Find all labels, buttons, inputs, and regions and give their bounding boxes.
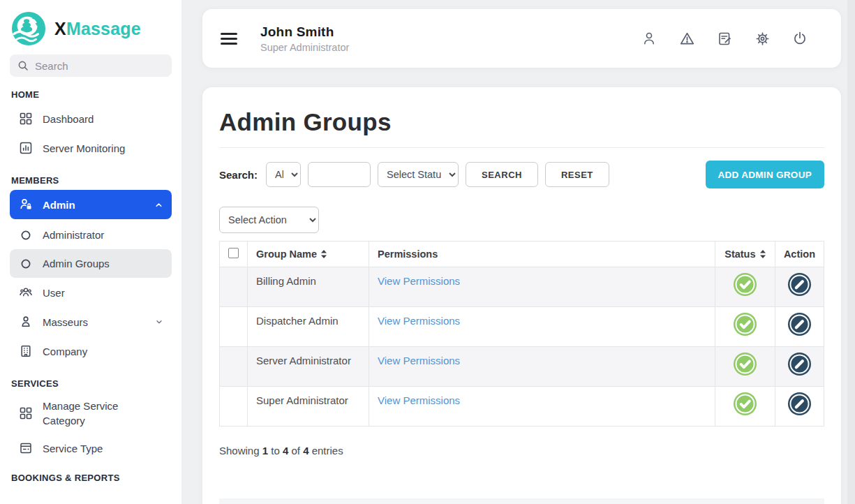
status-cell bbox=[715, 347, 775, 387]
radio-circle-icon bbox=[20, 229, 32, 242]
keyword-input[interactable] bbox=[308, 162, 371, 187]
settings-icon[interactable] bbox=[749, 25, 775, 52]
sidebar-item-label: Administrator bbox=[43, 229, 104, 241]
sidebar-item-label: Admin Groups bbox=[43, 258, 110, 269]
sort-icon bbox=[760, 250, 766, 258]
row-select-cell bbox=[220, 387, 248, 427]
sort-icon bbox=[321, 250, 327, 258]
search-field-select[interactable]: All bbox=[266, 162, 301, 187]
service-card-icon bbox=[20, 442, 32, 454]
sidebar-item-dashboard[interactable]: Dashboard bbox=[10, 104, 172, 133]
sidebar-item-admin[interactable]: Admin bbox=[10, 190, 172, 219]
building-icon bbox=[20, 345, 32, 357]
table-row: Billing Admin View Permissions bbox=[220, 267, 824, 307]
permissions-cell: View Permissions bbox=[369, 387, 715, 427]
main-area: John Smith Super Administrator Admin Gro… bbox=[181, 0, 855, 504]
search-icon bbox=[17, 60, 29, 71]
edit-icon[interactable] bbox=[787, 352, 812, 376]
view-permissions-link[interactable]: View Permissions bbox=[378, 275, 460, 287]
users-group-icon bbox=[20, 286, 32, 299]
status-active-icon[interactable] bbox=[733, 392, 757, 416]
add-admin-group-button[interactable]: ADD ADMIN GROUP bbox=[706, 161, 825, 188]
form-icon[interactable] bbox=[711, 25, 738, 52]
chevron-up-icon bbox=[154, 200, 163, 209]
brand-logo[interactable]: XMassage bbox=[10, 10, 172, 54]
sidebar-item-masseurs[interactable]: Masseurs bbox=[10, 307, 172, 336]
current-user-block: John Smith Super Administrator bbox=[260, 24, 349, 53]
table-row: Dispatcher Admin View Permissions bbox=[220, 307, 824, 347]
row-select-cell bbox=[220, 267, 248, 307]
sidebar: XMassage HOME Dashboard Server Monitorin… bbox=[0, 0, 181, 504]
section-label-bookings-reports: BOOKINGS & REPORTS bbox=[11, 473, 170, 483]
view-permissions-link[interactable]: View Permissions bbox=[378, 315, 460, 327]
edit-icon[interactable] bbox=[787, 272, 812, 297]
permissions-cell: View Permissions bbox=[369, 267, 715, 307]
sidebar-item-user[interactable]: User bbox=[10, 278, 172, 307]
select-all-header bbox=[220, 242, 248, 267]
filter-row: Search: All Select Status SEARCH RESET A… bbox=[219, 161, 824, 188]
action-header: Action bbox=[775, 242, 824, 267]
sidebar-item-label: User bbox=[43, 287, 65, 299]
section-label-services: SERVICES bbox=[11, 378, 170, 389]
status-active-icon[interactable] bbox=[733, 352, 757, 376]
section-label-members: MEMBERS bbox=[11, 175, 170, 186]
status-header[interactable]: Status bbox=[715, 242, 775, 267]
sidebar-item-label: Masseurs bbox=[43, 316, 88, 328]
sidebar-item-administrator[interactable]: Administrator bbox=[10, 221, 172, 249]
status-active-icon[interactable] bbox=[733, 272, 757, 297]
header-icon-group bbox=[636, 25, 823, 52]
sidebar-item-label: Admin bbox=[43, 199, 75, 211]
permissions-cell: View Permissions bbox=[369, 347, 715, 387]
status-cell bbox=[715, 307, 775, 347]
sidebar-item-label: Dashboard bbox=[43, 113, 94, 125]
menu-toggle-icon[interactable] bbox=[221, 30, 237, 47]
sidebar-item-company[interactable]: Company bbox=[10, 336, 172, 366]
person-icon bbox=[20, 316, 32, 328]
status-filter-select[interactable]: Select Status bbox=[378, 162, 459, 187]
search-button[interactable]: SEARCH bbox=[466, 162, 538, 187]
entries-summary: Showing 1 to 4 of 4 entries bbox=[219, 445, 824, 457]
edit-icon[interactable] bbox=[787, 312, 812, 336]
status-active-icon[interactable] bbox=[733, 312, 757, 336]
profile-icon[interactable] bbox=[636, 25, 662, 52]
power-icon[interactable] bbox=[787, 25, 813, 52]
permissions-header: Permissions bbox=[369, 242, 715, 267]
user-role: Super Administrator bbox=[260, 42, 349, 53]
view-permissions-link[interactable]: View Permissions bbox=[378, 355, 460, 366]
sidebar-item-label: Service Type bbox=[43, 443, 103, 454]
sidebar-search[interactable] bbox=[10, 54, 172, 77]
group-name-header[interactable]: Group Name bbox=[248, 242, 369, 267]
alert-icon[interactable] bbox=[674, 25, 700, 52]
group-name-cell: Super Administrator bbox=[248, 387, 369, 427]
bulk-action-select[interactable]: Select Action bbox=[219, 207, 319, 233]
row-select-cell bbox=[220, 307, 248, 347]
search-input[interactable] bbox=[35, 60, 164, 72]
group-name-cell: Server Administrator bbox=[248, 347, 369, 387]
notes-section: Notes: bbox=[219, 498, 824, 504]
sidebar-item-label: Server Monitoring bbox=[43, 142, 125, 154]
status-cell bbox=[715, 267, 775, 307]
sidebar-item-server-monitoring[interactable]: Server Monitoring bbox=[10, 133, 172, 163]
permissions-cell: View Permissions bbox=[369, 307, 715, 347]
table-row: Server Administrator View Permissions bbox=[220, 347, 824, 387]
action-cell bbox=[775, 307, 824, 347]
view-permissions-link[interactable]: View Permissions bbox=[378, 394, 460, 406]
page-title: Admin Groups bbox=[219, 105, 824, 148]
brand-logo-icon bbox=[11, 11, 46, 46]
row-select-cell bbox=[220, 347, 248, 387]
select-all-checkbox[interactable] bbox=[228, 248, 239, 258]
sidebar-item-manage-service-category[interactable]: Manage Service Category bbox=[10, 393, 172, 433]
category-grid-icon bbox=[20, 407, 32, 420]
page-scrollbar[interactable] bbox=[847, 0, 855, 504]
sidebar-item-admin-groups[interactable]: Admin Groups bbox=[10, 249, 172, 278]
chevron-down-icon bbox=[155, 318, 163, 326]
edit-icon[interactable] bbox=[787, 392, 812, 416]
section-label-home: HOME bbox=[11, 89, 170, 100]
reset-button[interactable]: RESET bbox=[545, 162, 609, 187]
action-cell bbox=[775, 387, 824, 427]
search-label: Search: bbox=[219, 169, 258, 181]
status-cell bbox=[715, 387, 775, 427]
sidebar-item-service-type[interactable]: Service Type bbox=[10, 433, 172, 463]
top-header-bar: John Smith Super Administrator bbox=[202, 9, 841, 68]
action-cell bbox=[775, 267, 824, 307]
